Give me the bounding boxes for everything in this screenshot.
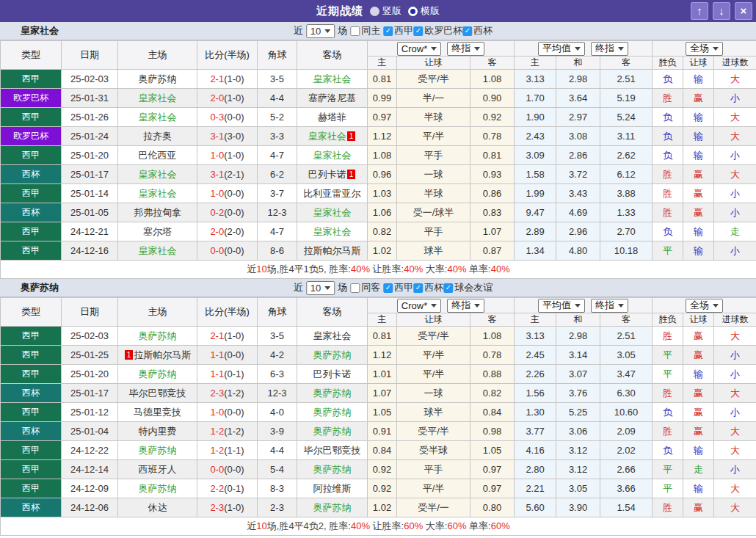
league-checkbox-label: 西杯 <box>473 24 493 37</box>
result-handicap: 输 <box>683 241 714 261</box>
scope-select[interactable]: 全场 <box>686 42 723 56</box>
odds-stage-select[interactable]: 终指 <box>447 299 484 313</box>
move-down-button[interactable]: ↓ <box>713 2 730 20</box>
fulltime-score: 0-0 <box>210 245 224 256</box>
sub-header-odds-home: 主 <box>368 313 397 327</box>
avg-draw-odds: 3.07 <box>556 365 600 384</box>
team-name-text: 阿拉维斯 <box>313 483 352 494</box>
col-header-home: 主场 <box>118 298 197 327</box>
avg-away-odds: 3.88 <box>600 184 653 203</box>
odds-provider-select[interactable]: Crow* <box>397 299 441 313</box>
checkbox-icon[interactable]: ✓ <box>443 283 453 293</box>
checkbox-icon[interactable]: ✓ <box>383 26 393 36</box>
team-name-text: 巴列卡诺 <box>308 169 346 180</box>
chevron-down-icon <box>618 304 624 310</box>
radio-icon[interactable] <box>370 7 379 16</box>
chevron-down-icon <box>431 47 437 54</box>
corner-score: 6-3 <box>258 365 297 384</box>
result-outcome: 负 <box>653 441 683 460</box>
result-outcome: 负 <box>653 146 683 165</box>
league-checkbox-西杯[interactable]: ✓西杯 <box>413 281 443 294</box>
summary-text: 大率: <box>423 263 447 275</box>
odds-home: 1.01 <box>368 365 397 384</box>
home-team: 奥萨苏纳 <box>118 365 197 384</box>
team-name-text: 奥萨苏纳 <box>313 349 352 360</box>
halftime-score: (3-0) <box>224 131 244 142</box>
score-cell: 2-0(2-0) <box>197 222 258 241</box>
checkbox-icon[interactable] <box>350 283 360 293</box>
layout-radio-vertical[interactable]: 竖版 <box>370 4 401 18</box>
layout-radio-horizontal[interactable]: 横版 <box>408 4 440 18</box>
chevron-down-icon <box>474 47 480 54</box>
away-team: 拉斯帕尔马斯 <box>297 241 368 261</box>
average-select[interactable]: 平均值 <box>538 42 585 56</box>
checkbox-icon[interactable]: ✓ <box>462 26 472 36</box>
odds-home: 0.92 <box>368 460 397 479</box>
match-date: 25-01-17 <box>62 165 118 184</box>
average-stage-select[interactable]: 终指 <box>591 42 628 56</box>
team-name-text: 拉斯帕尔马斯 <box>134 349 191 360</box>
odds-stage-select[interactable]: 终指 <box>447 42 484 56</box>
avg-home-odds: 2.89 <box>515 222 556 241</box>
match-date: 25-02-03 <box>62 70 118 89</box>
move-up-button[interactable]: ↑ <box>691 2 708 20</box>
average-stage-select[interactable]: 终指 <box>591 299 628 313</box>
games-label: 场 <box>338 24 347 37</box>
fulltime-score: 1-0 <box>210 188 224 199</box>
odds-away: 0.78 <box>470 127 515 146</box>
result-goals: 大 <box>714 165 756 184</box>
avg-away-odds: 3.66 <box>600 479 653 498</box>
summary-value: 40% <box>447 263 466 275</box>
odds-handicap: 半/一 <box>397 89 470 108</box>
radio-icon[interactable] <box>408 7 418 16</box>
same-venue-checkbox[interactable]: 同主 <box>350 24 380 37</box>
league-checkbox-欧罗巴杯[interactable]: ✓欧罗巴杯 <box>413 24 462 37</box>
recent-count-select[interactable]: 10 <box>306 281 335 295</box>
same-venue-checkbox[interactable]: 同客 <box>350 281 380 294</box>
league-checkbox-西甲[interactable]: ✓西甲 <box>383 24 413 37</box>
average-select[interactable]: 平均值 <box>538 299 585 313</box>
close-button[interactable]: × <box>735 2 752 20</box>
checkbox-icon[interactable]: ✓ <box>413 26 423 36</box>
scope-select[interactable]: 全场 <box>686 299 723 313</box>
avg-home-odds: 2.26 <box>515 365 556 384</box>
odds-away: 0.86 <box>470 184 515 203</box>
halftime-score: (1-0) <box>224 502 244 513</box>
avg-draw-odds: 3.05 <box>556 479 600 498</box>
odds-provider-select[interactable]: Crow* <box>397 42 441 56</box>
avg-draw-odds: 4.80 <box>556 241 600 261</box>
checkbox-icon[interactable]: ✓ <box>413 283 423 293</box>
corner-score: 8-3 <box>258 479 297 498</box>
team-name-text: 奥萨苏纳 <box>139 73 177 84</box>
recent-count-select[interactable]: 10 <box>306 24 335 38</box>
team-name-text: 皇家社会 <box>313 330 352 341</box>
odds-away: 0.78 <box>470 346 515 365</box>
league-type-cell: 欧罗巴杯 <box>1 127 62 146</box>
fulltime-score: 3-1 <box>210 169 224 180</box>
halftime-score: (0-0) <box>224 245 244 256</box>
checkbox-icon[interactable] <box>350 26 360 36</box>
team-name-text: 拉齐奥 <box>143 131 172 142</box>
corner-score: 3-5 <box>258 327 297 346</box>
team-section: 奥萨苏纳 近 10 场 同客 ✓西甲✓西杯✓球会友谊 <box>0 279 756 536</box>
col-header-date: 日期 <box>62 298 118 327</box>
avg-draw-odds: 3.12 <box>556 441 600 460</box>
league-checkbox-西杯[interactable]: ✓西杯 <box>462 24 493 37</box>
odds-handicap: 受平/半 <box>397 327 470 346</box>
sub-header-odds-away: 客 <box>470 313 515 327</box>
table-row: 欧罗巴杯 25-01-24 拉齐奥 3-1(3-0) 3-3 皇家社会1 1.1… <box>1 127 756 146</box>
corner-score: 4-4 <box>258 441 297 460</box>
checkbox-icon[interactable]: ✓ <box>383 283 393 293</box>
home-team: 马德里竞技 <box>118 403 197 422</box>
score-cell: 2-1(1-0) <box>197 327 258 346</box>
league-checkbox-西甲[interactable]: ✓西甲 <box>383 281 413 294</box>
score-cell: 2-3(1-2) <box>197 384 258 403</box>
col-header-score: 比分(半场) <box>197 298 258 327</box>
odds-home: 1.06 <box>368 203 397 222</box>
sub-header-avg-home: 主 <box>515 313 556 327</box>
recent-count-value: 10 <box>310 26 321 37</box>
league-checkbox-球会友谊[interactable]: ✓球会友谊 <box>443 281 493 294</box>
avg-away-odds: 1.54 <box>600 498 653 517</box>
home-team: 塞尔塔 <box>118 222 197 241</box>
avg-draw-odds: 4.69 <box>556 203 600 222</box>
